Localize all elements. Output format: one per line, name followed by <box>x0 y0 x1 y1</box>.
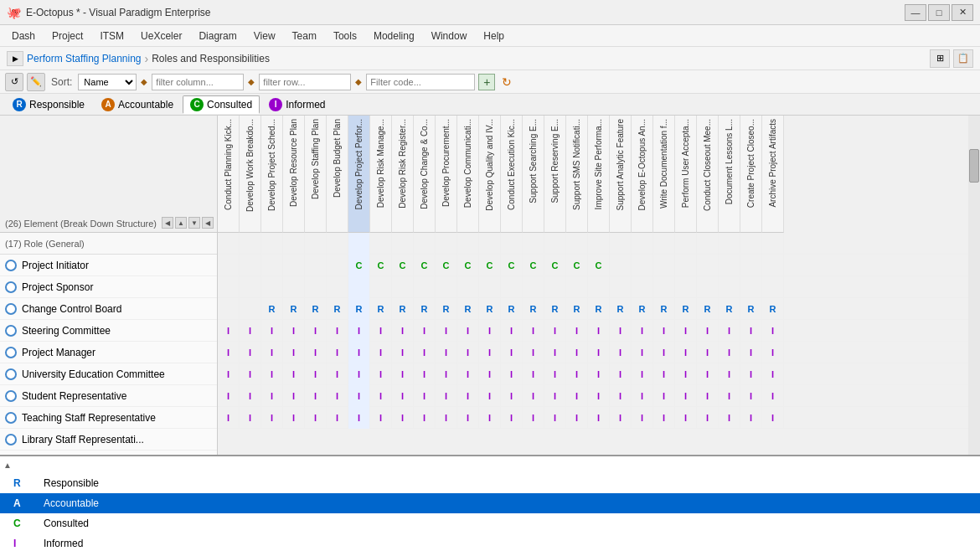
cell-1-1[interactable] <box>240 255 261 276</box>
cell-7-4[interactable]: I <box>305 385 327 407</box>
tab-accountable[interactable]: A Accountable <box>94 95 181 114</box>
cell-4-24[interactable]: I <box>740 320 762 342</box>
cell-2-17[interactable] <box>588 276 610 298</box>
cell-5-17[interactable]: I <box>588 342 610 363</box>
nav-up-button[interactable]: ▲ <box>175 217 187 229</box>
cell-3-13[interactable]: R <box>501 298 523 320</box>
cell-2-2[interactable] <box>261 276 283 298</box>
col-header-23[interactable]: Document Lessons L... <box>719 116 740 233</box>
cell-4-15[interactable]: I <box>544 320 566 342</box>
cell-5-4[interactable]: I <box>305 342 327 363</box>
cell-8-25[interactable]: I <box>762 407 784 429</box>
cell-6-1[interactable]: I <box>240 363 261 385</box>
cell-2-22[interactable] <box>697 276 719 298</box>
col-header-25[interactable]: Archive Project Artifacts <box>762 116 784 233</box>
cell-5-8[interactable]: I <box>392 342 414 363</box>
cell-0-19[interactable] <box>632 233 653 255</box>
col-header-5[interactable]: Develop Budget Plan <box>327 116 348 233</box>
col-header-0[interactable]: Conduct Planning Kick... <box>218 116 240 233</box>
cell-5-22[interactable]: I <box>697 342 719 363</box>
cell-4-1[interactable]: I <box>240 320 261 342</box>
cell-8-0[interactable]: I <box>218 407 240 429</box>
cell-3-3[interactable]: R <box>283 298 305 320</box>
cell-5-1[interactable]: I <box>240 342 261 363</box>
cell-7-10[interactable]: I <box>436 385 457 407</box>
cell-2-20[interactable] <box>653 276 675 298</box>
col-header-10[interactable]: Develop Procurement... <box>436 116 457 233</box>
breadcrumb-back-button[interactable]: ▶ <box>7 51 23 66</box>
cell-8-8[interactable]: I <box>392 407 414 429</box>
col-header-15[interactable]: Support Reserving E... <box>544 116 566 233</box>
cell-4-12[interactable]: I <box>479 320 501 342</box>
cell-1-16[interactable]: C <box>566 255 588 276</box>
cell-4-17[interactable]: I <box>588 320 610 342</box>
cell-4-4[interactable]: I <box>305 320 327 342</box>
cell-5-2[interactable]: I <box>261 342 283 363</box>
cell-6-14[interactable]: I <box>523 363 544 385</box>
cell-6-18[interactable]: I <box>610 363 632 385</box>
cell-1-22[interactable] <box>697 255 719 276</box>
cell-0-2[interactable] <box>261 233 283 255</box>
cell-2-6[interactable] <box>348 276 370 298</box>
cell-2-9[interactable] <box>414 276 436 298</box>
role-item-7[interactable]: Teaching Staff Representative <box>0 407 217 429</box>
cell-2-18[interactable] <box>610 276 632 298</box>
cell-8-20[interactable]: I <box>653 407 675 429</box>
cell-8-17[interactable]: I <box>588 407 610 429</box>
cell-4-16[interactable]: I <box>566 320 588 342</box>
role-item-1[interactable]: Project Sponsor <box>0 276 217 298</box>
col-header-22[interactable]: Conduct Closeout Mee... <box>697 116 719 233</box>
cell-0-22[interactable] <box>697 233 719 255</box>
cell-7-20[interactable]: I <box>653 385 675 407</box>
col-header-9[interactable]: Develop Change & Co... <box>414 116 436 233</box>
cell-1-4[interactable] <box>305 255 327 276</box>
cell-8-4[interactable]: I <box>305 407 327 429</box>
cell-4-25[interactable]: I <box>762 320 784 342</box>
vertical-scrollbar[interactable] <box>968 116 980 455</box>
col-header-8[interactable]: Develop Risk Register... <box>392 116 414 233</box>
cell-7-17[interactable]: I <box>588 385 610 407</box>
cell-7-21[interactable]: I <box>675 385 697 407</box>
cell-3-1[interactable] <box>240 298 261 320</box>
cell-1-14[interactable]: C <box>523 255 544 276</box>
cell-6-22[interactable]: I <box>697 363 719 385</box>
cell-8-1[interactable]: I <box>240 407 261 429</box>
cell-6-7[interactable]: I <box>370 363 392 385</box>
cell-5-13[interactable]: I <box>501 342 523 363</box>
tab-consulted[interactable]: C Consulted <box>183 95 260 114</box>
cell-3-10[interactable]: R <box>436 298 457 320</box>
cell-7-3[interactable]: I <box>283 385 305 407</box>
cell-6-11[interactable]: I <box>457 363 479 385</box>
cell-1-15[interactable]: C <box>544 255 566 276</box>
col-header-12[interactable]: Develop Quality and IV... <box>479 116 501 233</box>
breadcrumb-item-roles[interactable]: Roles and Responsibilities <box>152 53 270 64</box>
cell-1-7[interactable]: C <box>370 255 392 276</box>
cell-6-13[interactable]: I <box>501 363 523 385</box>
cell-0-12[interactable] <box>479 233 501 255</box>
cell-4-10[interactable]: I <box>436 320 457 342</box>
cell-4-8[interactable]: I <box>392 320 414 342</box>
cell-7-7[interactable]: I <box>370 385 392 407</box>
cell-0-3[interactable] <box>283 233 305 255</box>
cell-3-17[interactable]: R <box>588 298 610 320</box>
cell-4-18[interactable]: I <box>610 320 632 342</box>
cell-1-10[interactable]: C <box>436 255 457 276</box>
add-button[interactable]: + <box>478 74 495 90</box>
cell-0-11[interactable] <box>457 233 479 255</box>
cell-1-20[interactable] <box>653 255 675 276</box>
col-header-3[interactable]: Develop Resource Plan <box>283 116 305 233</box>
cell-5-15[interactable]: I <box>544 342 566 363</box>
cell-6-23[interactable]: I <box>719 363 740 385</box>
cell-5-0[interactable]: I <box>218 342 240 363</box>
col-header-11[interactable]: Develop Communicati... <box>457 116 479 233</box>
cell-5-16[interactable]: I <box>566 342 588 363</box>
cell-4-0[interactable]: I <box>218 320 240 342</box>
cell-0-4[interactable] <box>305 233 327 255</box>
cell-5-12[interactable]: I <box>479 342 501 363</box>
cell-6-5[interactable]: I <box>327 363 348 385</box>
role-item-0[interactable]: Project Initiator <box>0 255 217 276</box>
cell-4-11[interactable]: I <box>457 320 479 342</box>
toolbar-action-button[interactable]: ↺ <box>5 73 23 91</box>
cell-7-11[interactable]: I <box>457 385 479 407</box>
menu-uexceler[interactable]: UeXceler <box>132 28 190 44</box>
